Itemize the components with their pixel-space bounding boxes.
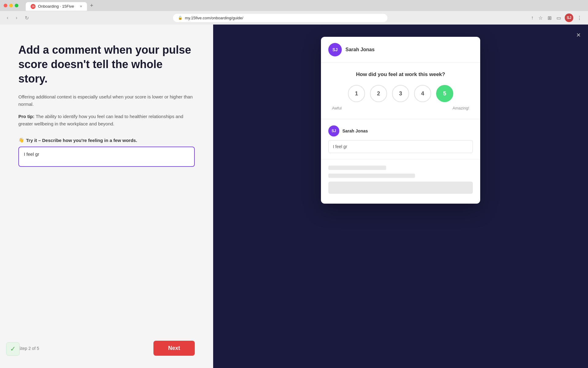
comment-card-header: SJ Sarah Jonas	[328, 125, 473, 136]
more-button[interactable]: ⋮	[576, 14, 583, 22]
active-tab[interactable]: 15 Onboarding · 15Five ×	[26, 2, 87, 11]
try-it-label: 👋 Try it – Describe how you're feeling i…	[18, 137, 195, 143]
try-it-emoji: 👋	[18, 137, 24, 143]
header-username: Sarah Jonas	[345, 47, 375, 52]
extensions-button[interactable]: ⊞	[546, 14, 553, 22]
left-footer: Step 2 of 5 Next	[18, 333, 195, 356]
modal-comment-section: SJ Sarah Jonas I feel gr	[321, 119, 480, 159]
score-btn-5[interactable]: 5	[436, 85, 453, 102]
share-button[interactable]: ↑	[530, 14, 535, 22]
pro-tip-text: The ability to identify how you feel can…	[18, 114, 183, 126]
main-layout: Add a comment when your pulse score does…	[0, 25, 588, 368]
skeleton-long	[328, 182, 473, 194]
skeleton-short	[328, 166, 386, 170]
pulse-question: How did you feel at work this week?	[328, 71, 473, 78]
score-label-low: Awful	[332, 106, 342, 110]
badge-widget[interactable]: ✓	[6, 342, 20, 356]
left-content: Add a comment when your pulse score does…	[18, 43, 195, 333]
pro-tip: Pro tip: The ability to identify how you…	[18, 113, 195, 128]
lock-icon: 🔒	[178, 16, 183, 20]
traffic-light-yellow[interactable]	[9, 4, 13, 7]
score-btn-1[interactable]: 1	[348, 85, 365, 102]
forward-button[interactable]: ›	[14, 14, 19, 22]
score-btn-2[interactable]: 2	[370, 85, 387, 102]
step-label: Step 2 of 5	[18, 346, 39, 351]
traffic-light-red[interactable]	[4, 4, 7, 7]
skeleton-medium	[328, 174, 415, 178]
nav-actions: ↑ ☆ ⊞ ▭ SJ ⋮	[530, 13, 583, 22]
header-avatar: SJ	[328, 43, 342, 56]
modal-pulse-section: How did you feel at work this week? 1 2 …	[321, 63, 480, 119]
traffic-light-green[interactable]	[15, 4, 18, 7]
close-button[interactable]: ×	[576, 31, 581, 39]
browser-titlebar: 15 Onboarding · 15Five × +	[0, 0, 588, 11]
new-tab-button[interactable]: +	[87, 1, 96, 11]
pro-tip-label: Pro tip:	[18, 114, 35, 119]
modal-card: SJ Sarah Jonas How did you feel at work …	[321, 37, 480, 204]
back-button[interactable]: ‹	[5, 14, 10, 22]
main-title: Add a comment when your pulse score does…	[18, 43, 195, 86]
browser-chrome: 15 Onboarding · 15Five × + ‹ › ↻ 🔒 my.15…	[0, 0, 588, 25]
sidebar-button[interactable]: ▭	[555, 14, 562, 22]
address-bar[interactable]: 🔒 my.15five.com/onboarding/guide/	[173, 14, 387, 22]
left-panel: Add a comment when your pulse score does…	[0, 25, 213, 368]
next-button[interactable]: Next	[153, 341, 195, 356]
comment-card-avatar: SJ	[328, 125, 339, 136]
user-avatar-button[interactable]: SJ	[565, 13, 573, 22]
comment-card-name: Sarah Jonas	[342, 128, 368, 133]
description: Offering additional context is especiall…	[18, 93, 195, 108]
bookmark-button[interactable]: ☆	[537, 14, 544, 22]
tab-bar: 15 Onboarding · 15Five × +	[26, 1, 584, 11]
right-panel: × SJ Sarah Jonas How did you feel at wor…	[213, 25, 588, 368]
score-labels: Awful Amazing!	[328, 106, 473, 110]
score-label-high: Amazing!	[453, 106, 469, 110]
score-buttons: 1 2 3 4 5	[328, 85, 473, 102]
score-btn-3[interactable]: 3	[392, 85, 409, 102]
modal-header: SJ Sarah Jonas	[321, 37, 480, 63]
tab-close-btn[interactable]: ×	[80, 4, 82, 9]
try-it-text: Try it – Describe how you're feeling in …	[26, 138, 137, 143]
tab-favicon: 15	[31, 4, 36, 9]
browser-nav: ‹ › ↻ 🔒 my.15five.com/onboarding/guide/ …	[0, 11, 588, 25]
modal-footer	[321, 159, 480, 204]
address-text: my.15five.com/onboarding/guide/	[185, 16, 383, 20]
refresh-button[interactable]: ↻	[23, 14, 31, 22]
score-btn-4[interactable]: 4	[414, 85, 431, 102]
traffic-lights	[4, 4, 18, 7]
check-icon: ✓	[10, 345, 16, 353]
tab-title: Onboarding · 15Five	[38, 4, 74, 9]
comment-input[interactable]	[18, 147, 195, 167]
comment-box: I feel gr	[328, 140, 473, 153]
